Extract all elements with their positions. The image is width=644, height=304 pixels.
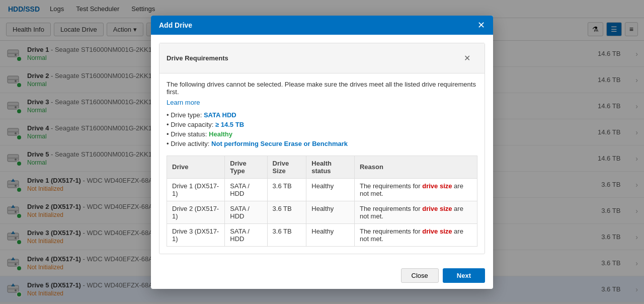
cell-size: 3.6 TB: [267, 201, 306, 223]
requirements-header: Drive Requirements ✕: [159, 43, 485, 73]
req-drive-status: Drive status: Healthy: [167, 129, 477, 139]
overlay: Add Drive ✕ Drive Requirements ✕ The fol…: [0, 0, 644, 302]
cell-reason: The requirements for drive size are not …: [354, 178, 477, 201]
add-drive-dialog: Add Drive ✕ Drive Requirements ✕ The fol…: [151, 16, 493, 289]
cell-size: 3.6 TB: [267, 178, 306, 201]
next-button[interactable]: Next: [443, 268, 485, 283]
cell-drive: Drive 2 (DX517-1): [167, 201, 225, 223]
req-drive-type: Drive type: SATA HDD: [167, 110, 477, 120]
requirements-description: The following drives cannot be selected.…: [167, 81, 477, 96]
cell-reason: The requirements for drive size are not …: [354, 201, 477, 223]
cell-drive: Drive 1 (DX517-1): [167, 178, 225, 201]
cell-reason: The requirements for drive size are not …: [354, 223, 477, 246]
dialog-footer: Close Next: [151, 262, 493, 289]
add-drive-close-button[interactable]: ✕: [477, 21, 485, 30]
table-row: Drive 1 (DX517-1) SATA / HDD 3.6 TB Heal…: [167, 178, 477, 201]
add-drive-header: Add Drive ✕: [151, 16, 493, 35]
requirements-table: Drive Drive Type Drive Size Health statu…: [167, 156, 477, 247]
requirements-close-button[interactable]: ✕: [457, 48, 477, 68]
close-button[interactable]: Close: [401, 268, 439, 283]
req-drive-activity-value: Not performing Secure Erase or Benchmark: [211, 140, 348, 147]
req-drive-capacity-value: ≥ 14.5 TB: [215, 121, 244, 128]
col-drive-type: Drive Type: [225, 156, 267, 178]
col-health-status: Health status: [306, 156, 355, 178]
cell-health: Healthy: [306, 178, 355, 201]
req-drive-activity: Drive activity: Not performing Secure Er…: [167, 139, 477, 148]
cell-health: Healthy: [306, 223, 355, 246]
add-drive-title: Add Drive: [159, 21, 192, 29]
table-row: Drive 3 (DX517-1) SATA / HDD 3.6 TB Heal…: [167, 223, 477, 246]
requirements-body: The following drives cannot be selected.…: [159, 73, 485, 254]
cell-size: 3.6 TB: [267, 223, 306, 246]
req-drive-capacity: Drive capacity: ≥ 14.5 TB: [167, 120, 477, 129]
cell-type: SATA / HDD: [225, 201, 267, 223]
col-drive-size: Drive Size: [267, 156, 306, 178]
requirements-list: Drive type: SATA HDD Drive capacity: ≥ 1…: [167, 110, 477, 148]
requirements-title: Drive Requirements: [167, 54, 228, 62]
cell-type: SATA / HDD: [225, 223, 267, 246]
col-reason: Reason: [354, 156, 477, 178]
col-drive: Drive: [167, 156, 225, 178]
cell-type: SATA / HDD: [225, 178, 267, 201]
cell-health: Healthy: [306, 201, 355, 223]
req-drive-status-value: Healthy: [209, 130, 232, 138]
requirements-dialog: Drive Requirements ✕ The following drive…: [159, 43, 485, 254]
req-drive-type-value: SATA HDD: [204, 111, 236, 119]
learn-more-link[interactable]: Learn more: [167, 99, 200, 106]
table-row: Drive 2 (DX517-1) SATA / HDD 3.6 TB Heal…: [167, 201, 477, 223]
cell-drive: Drive 3 (DX517-1): [167, 223, 225, 246]
